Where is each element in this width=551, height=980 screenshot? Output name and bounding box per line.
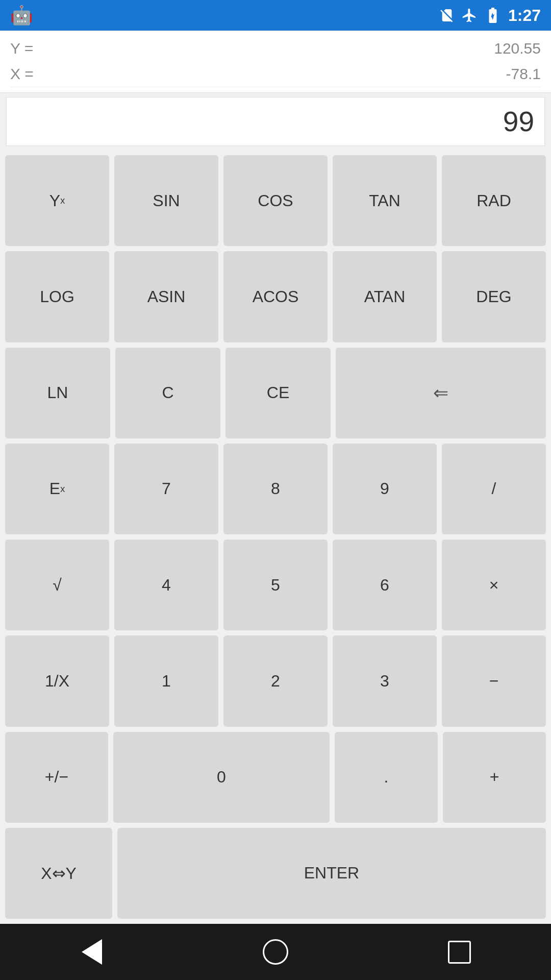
backspace-icon: ⇐ (433, 382, 448, 404)
display-x-row: X = -78.1 (10, 61, 541, 87)
x-label: X = (10, 65, 34, 83)
btn-cos[interactable]: COS (223, 155, 328, 246)
btn-4[interactable]: 4 (114, 540, 218, 630)
status-bar-right: 1:27 (439, 6, 541, 25)
nav-home-button[interactable] (255, 932, 296, 972)
button-row-1: Yx SIN COS TAN RAD (5, 155, 546, 246)
airplane-icon (461, 7, 478, 23)
btn-ln[interactable]: LN (5, 348, 110, 438)
btn-multiply[interactable]: × (442, 540, 546, 630)
btn-5[interactable]: 5 (223, 540, 328, 630)
btn-1[interactable]: 1 (114, 635, 218, 726)
btn-plusminus[interactable]: +/− (5, 732, 108, 823)
btn-c[interactable]: C (115, 348, 220, 438)
btn-yx[interactable]: Yx (5, 155, 109, 246)
nav-bar (0, 924, 551, 980)
btn-decimal[interactable]: . (335, 732, 438, 823)
no-sim-icon (439, 7, 455, 23)
btn-0[interactable]: 0 (113, 732, 330, 823)
button-row-2: LOG ASIN ACOS ATAN DEG (5, 251, 546, 342)
x-value: -78.1 (506, 65, 541, 83)
btn-ex[interactable]: Ex (5, 444, 109, 534)
btn-rad[interactable]: RAD (442, 155, 546, 246)
btn-log[interactable]: LOG (5, 251, 109, 342)
recents-icon (448, 941, 471, 964)
btn-sin[interactable]: SIN (114, 155, 218, 246)
back-icon (82, 939, 102, 965)
input-display: 99 (6, 97, 545, 146)
btn-divide[interactable]: / (442, 444, 546, 534)
btn-add[interactable]: + (443, 732, 546, 823)
display-area: Y = 120.55 X = -78.1 (0, 31, 551, 93)
btn-3[interactable]: 3 (333, 635, 437, 726)
nav-back-button[interactable] (71, 932, 112, 972)
button-row-3: LN C CE ⇐ (5, 348, 546, 438)
status-bar: 🤖 1:27 (0, 0, 551, 31)
android-icon: 🤖 (10, 5, 33, 26)
display-y-row: Y = 120.55 (10, 36, 541, 61)
btn-acos[interactable]: ACOS (223, 251, 328, 342)
btn-tan[interactable]: TAN (333, 155, 437, 246)
btn-6[interactable]: 6 (333, 540, 437, 630)
current-input: 99 (503, 105, 534, 138)
home-icon (263, 939, 288, 965)
btn-7[interactable]: 7 (114, 444, 218, 534)
btn-9[interactable]: 9 (333, 444, 437, 534)
y-label: Y = (10, 40, 33, 57)
button-row-5: √ 4 5 6 × (5, 540, 546, 630)
btn-2[interactable]: 2 (223, 635, 328, 726)
btn-deg[interactable]: DEG (442, 251, 546, 342)
btn-swap-xy[interactable]: X⇔Y (5, 828, 112, 919)
button-row-4: Ex 7 8 9 / (5, 444, 546, 534)
btn-backspace[interactable]: ⇐ (336, 348, 546, 438)
btn-enter[interactable]: ENTER (117, 828, 546, 919)
button-row-8: X⇔Y ENTER (5, 828, 546, 919)
btn-reciprocal[interactable]: 1/X (5, 635, 109, 726)
y-value: 120.55 (494, 40, 541, 57)
btn-asin[interactable]: ASIN (114, 251, 218, 342)
btn-ce[interactable]: CE (226, 348, 331, 438)
btn-subtract[interactable]: − (442, 635, 546, 726)
btn-sqrt[interactable]: √ (5, 540, 109, 630)
btn-8[interactable]: 8 (223, 444, 328, 534)
button-row-6: 1/X 1 2 3 − (5, 635, 546, 726)
nav-recents-button[interactable] (439, 932, 480, 972)
button-row-7: +/− 0 . + (5, 732, 546, 823)
status-time: 1:27 (508, 6, 541, 25)
calculator-body: Yx SIN COS TAN RAD LOG ASIN ACOS ATAN DE… (0, 150, 551, 924)
btn-atan[interactable]: ATAN (333, 251, 437, 342)
battery-icon (484, 6, 502, 24)
status-bar-left: 🤖 (10, 5, 33, 26)
